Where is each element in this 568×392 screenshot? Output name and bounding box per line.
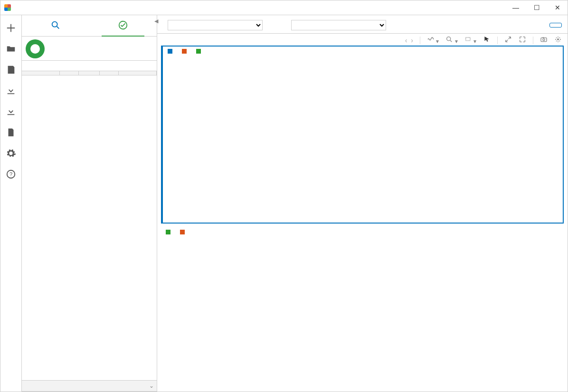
maximize-button[interactable]: ☐ bbox=[530, 1, 543, 14]
properties-collapse-icon[interactable]: ⌄ bbox=[149, 383, 154, 389]
nav-prev-icon[interactable]: ‹ bbox=[405, 37, 407, 44]
filter-comparisons-input[interactable] bbox=[22, 60, 157, 71]
compare-button[interactable] bbox=[549, 23, 562, 28]
snapshot-camera-icon[interactable] bbox=[540, 36, 548, 45]
tab-compare[interactable] bbox=[89, 15, 157, 36]
svg-point-2 bbox=[52, 22, 57, 27]
difference-plot[interactable] bbox=[161, 238, 563, 391]
svg-point-7 bbox=[543, 39, 545, 41]
tab-inspect[interactable] bbox=[22, 15, 89, 36]
check-circle-icon bbox=[118, 20, 128, 30]
signal-wave-icon[interactable]: ▾ bbox=[427, 36, 439, 45]
close-button[interactable]: ✕ bbox=[551, 1, 564, 14]
cursor-icon[interactable] bbox=[483, 36, 491, 45]
col-header-reltol[interactable] bbox=[79, 71, 100, 75]
search-icon bbox=[50, 20, 61, 30]
folder-open-icon[interactable] bbox=[5, 43, 17, 55]
svg-rect-5 bbox=[465, 37, 470, 41]
col-header-name[interactable] bbox=[22, 71, 60, 75]
legend-baseline bbox=[168, 48, 174, 55]
expand-diag-icon[interactable] bbox=[504, 36, 512, 45]
region-select-icon[interactable]: ▾ bbox=[464, 36, 476, 45]
svg-rect-8 bbox=[542, 37, 544, 38]
settings-icon[interactable] bbox=[5, 147, 17, 159]
plot-settings-icon[interactable] bbox=[554, 36, 562, 45]
legend-difference bbox=[180, 229, 187, 236]
svg-point-4 bbox=[447, 37, 451, 41]
import-icon[interactable] bbox=[5, 84, 17, 97]
help-icon[interactable]: ? bbox=[5, 168, 17, 180]
col-header-maxdiff[interactable] bbox=[100, 71, 119, 75]
minimize-button[interactable]: — bbox=[510, 1, 522, 14]
legend-compareto bbox=[182, 48, 189, 55]
svg-rect-6 bbox=[541, 38, 547, 42]
legend-tolerance-2 bbox=[166, 229, 172, 236]
comparison-plot[interactable] bbox=[163, 57, 563, 214]
fullscreen-icon[interactable] bbox=[519, 36, 526, 45]
zoom-icon[interactable]: ▾ bbox=[445, 36, 457, 45]
report-icon[interactable] bbox=[5, 126, 17, 139]
compareto-select[interactable] bbox=[291, 20, 386, 30]
export-icon[interactable] bbox=[5, 105, 17, 118]
svg-point-9 bbox=[557, 38, 559, 40]
save-icon[interactable] bbox=[5, 64, 17, 76]
col-header-result[interactable] bbox=[119, 71, 157, 75]
legend-tolerance bbox=[196, 48, 203, 55]
svg-text:?: ? bbox=[9, 171, 12, 177]
collapse-panel-icon[interactable]: ◀ bbox=[154, 18, 158, 24]
add-icon[interactable] bbox=[5, 22, 17, 34]
app-logo-icon bbox=[4, 4, 11, 11]
baseline-select[interactable] bbox=[168, 20, 263, 30]
match-donut-icon bbox=[26, 39, 45, 58]
col-header-abstol[interactable] bbox=[60, 71, 79, 75]
nav-next-icon[interactable]: › bbox=[411, 37, 413, 44]
